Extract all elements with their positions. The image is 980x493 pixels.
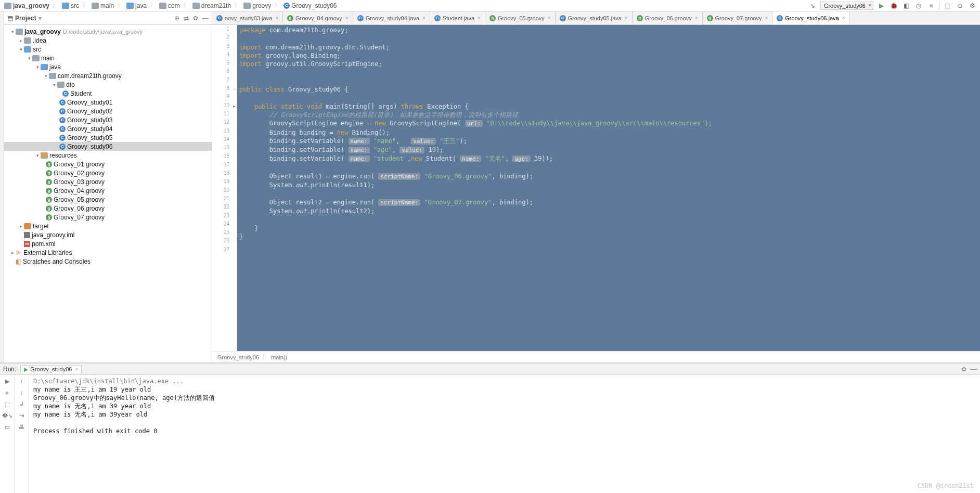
close-icon[interactable]: ×: [548, 15, 551, 21]
editor-tab[interactable]: gGroovy_07.groovy×: [703, 11, 773, 24]
layout-button[interactable]: ▭: [3, 423, 11, 431]
tree-item[interactable]: CGroovy_study02: [4, 107, 212, 115]
java-file-icon: C: [560, 15, 566, 21]
editor-tab[interactable]: Coovy_study03.java×: [212, 11, 283, 24]
tree-item[interactable]: ▸.idea: [4, 36, 212, 45]
close-icon[interactable]: ×: [422, 15, 425, 21]
tree-item[interactable]: ▾java: [4, 62, 212, 71]
editor-tab[interactable]: CGroovy_study04.java×: [353, 11, 430, 24]
project-tool-icon: ▤: [7, 15, 13, 22]
project-title[interactable]: Project: [15, 15, 36, 22]
settings-gear-icon[interactable]: ✿: [193, 15, 198, 22]
tree-project-root[interactable]: ▾java_groovyD:\code\study\java\java_groo…: [4, 27, 212, 36]
breadcrumb-item[interactable]: com: [158, 2, 181, 9]
console-output[interactable]: D:\software\jdk\install\bin\java.exe ...…: [29, 375, 980, 493]
down-button[interactable]: ↓: [18, 388, 26, 397]
breadcrumb-item[interactable]: dream21th: [191, 2, 232, 9]
breadcrumb-item[interactable]: CGroovy_study06: [282, 2, 338, 9]
up-button[interactable]: ↑: [18, 377, 26, 385]
expand-all-icon[interactable]: ⇄: [184, 15, 189, 22]
java-file-icon: C: [357, 15, 364, 21]
crumb-item[interactable]: main(): [271, 354, 287, 360]
tree-item[interactable]: gGroovy_06.groovy: [4, 204, 212, 213]
profile-button[interactable]: ◷: [914, 1, 923, 10]
tree-item[interactable]: ▾src: [4, 45, 212, 54]
tree-item[interactable]: gGroovy_01.groovy: [4, 160, 212, 168]
breadcrumb-item[interactable]: src: [61, 2, 80, 9]
tree-item[interactable]: ▾dto: [4, 80, 212, 89]
close-icon[interactable]: ×: [765, 15, 768, 21]
tree-item[interactable]: CGroovy_study05: [4, 133, 212, 142]
scroll-to-end-button[interactable]: ⇥: [18, 411, 26, 420]
tree-item[interactable]: ▸target: [4, 222, 212, 230]
settings-icon[interactable]: ✿: [961, 366, 966, 373]
breadcrumb-item[interactable]: java_groovy: [3, 2, 50, 9]
groovy-file-icon: g: [287, 15, 293, 21]
tree-item[interactable]: ▾main: [4, 54, 212, 62]
close-icon[interactable]: ×: [695, 15, 698, 21]
editor-tabs: Coovy_study03.java×gGroovy_04.groovy×CGr…: [212, 11, 980, 25]
tree-item[interactable]: gGroovy_07.groovy: [4, 213, 212, 222]
debug-button[interactable]: 🐞: [889, 1, 898, 10]
code-area[interactable]: package com.dream21th.groovy; import com…: [237, 25, 980, 351]
tree-item[interactable]: gGroovy_04.groovy: [4, 186, 212, 195]
run-config-selector[interactable]: Groovy_study06: [820, 2, 873, 10]
groovy-file-icon: g: [637, 15, 643, 21]
breadcrumb-item[interactable]: groovy: [242, 2, 272, 9]
tree-item[interactable]: gGroovy_03.groovy: [4, 177, 212, 186]
breadcrumb-item[interactable]: java: [125, 2, 148, 9]
exit-button[interactable]: �↘: [3, 411, 11, 420]
select-opened-file-icon[interactable]: ⊕: [174, 15, 179, 22]
groovy-file-icon: g: [489, 15, 496, 21]
project-header: ▤ Project ▾ ⊕ ⇄ ✿ —: [4, 11, 212, 25]
tree-item[interactable]: CGroovy_study04: [4, 124, 212, 133]
close-icon[interactable]: ×: [625, 15, 628, 21]
stop-button[interactable]: ■: [3, 388, 11, 397]
tree-item[interactable]: ▸⫸External Libraries: [4, 248, 212, 257]
soft-wrap-button[interactable]: ↲: [18, 400, 26, 408]
git-update-icon[interactable]: ⬚: [943, 1, 952, 10]
project-tree[interactable]: ▾java_groovyD:\code\study\java\java_groo…: [4, 25, 212, 362]
rerun-button[interactable]: ▶: [3, 377, 11, 385]
breadcrumb-label: src: [71, 2, 79, 9]
build-icon[interactable]: ↘: [808, 1, 817, 10]
editor-tab[interactable]: gGroovy_05.groovy×: [485, 11, 556, 24]
tree-item[interactable]: ◧Scratches and Consoles: [4, 257, 212, 266]
hide-icon[interactable]: —: [202, 15, 209, 22]
settings-icon[interactable]: ⚙: [968, 1, 977, 10]
tree-item[interactable]: mpom.xml: [4, 239, 212, 248]
dump-button[interactable]: ⬚: [3, 400, 11, 408]
close-icon[interactable]: ×: [275, 15, 278, 21]
java-file-icon: C: [216, 15, 223, 21]
tree-item[interactable]: CGroovy_study03: [4, 115, 212, 124]
print-button[interactable]: 🖶: [18, 423, 26, 431]
tree-item[interactable]: CStudent: [4, 89, 212, 98]
hide-icon[interactable]: —: [971, 366, 977, 373]
search-everywhere-icon[interactable]: ⧉: [955, 1, 964, 10]
tree-item-selected[interactable]: CGroovy_study06: [4, 142, 212, 151]
stop-button[interactable]: ■: [926, 1, 936, 10]
close-icon[interactable]: ×: [345, 15, 349, 21]
editor-tab[interactable]: CStudent.java×: [430, 11, 485, 24]
editor-tab[interactable]: CGroovy_study05.java×: [556, 11, 633, 24]
crumb-item[interactable]: Groovy_study06: [217, 354, 259, 360]
close-icon[interactable]: ×: [842, 15, 845, 21]
breadcrumb-item[interactable]: main: [91, 2, 115, 9]
main-toolbar: ↘ Groovy_study06 ▶ 🐞 ◧ ◷ ■ ⬚ ⧉ ⚙: [808, 1, 977, 10]
tree-item[interactable]: java_groovy.iml: [4, 230, 212, 239]
run-tab[interactable]: ▶Groovy_study06×: [20, 365, 82, 373]
editor-tab[interactable]: gGroovy_06.groovy×: [633, 11, 703, 24]
run-button[interactable]: ▶: [876, 1, 886, 10]
tree-item[interactable]: CGroovy_study01: [4, 98, 212, 107]
dropdown-icon[interactable]: ▾: [38, 15, 42, 22]
coverage-button[interactable]: ◧: [901, 1, 911, 10]
editor-tab[interactable]: gGroovy_04.groovy×: [283, 11, 353, 24]
tree-item[interactable]: gGroovy_02.groovy: [4, 168, 212, 177]
close-icon[interactable]: ×: [75, 367, 78, 372]
editor-tab[interactable]: CGroovy_study06.java×: [772, 11, 849, 24]
close-icon[interactable]: ×: [478, 15, 481, 21]
java-file-icon: C: [777, 15, 783, 21]
tree-item[interactable]: ▾com.dream21th.groovy: [4, 71, 212, 80]
tree-item[interactable]: gGroovy_05.groovy: [4, 195, 212, 204]
tree-item[interactable]: ▾resources: [4, 151, 212, 160]
